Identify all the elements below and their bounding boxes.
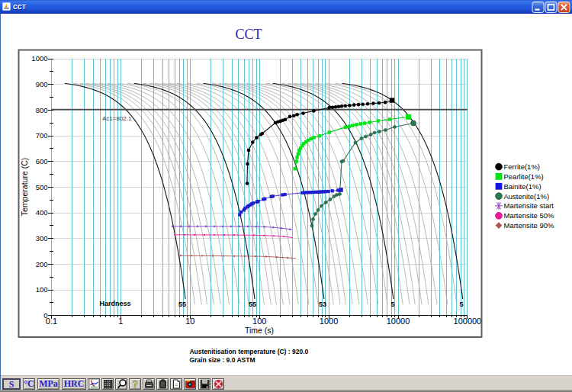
svg-text:100: 100 [252, 316, 266, 326]
svg-text:600: 600 [36, 157, 48, 165]
svg-text:53: 53 [319, 300, 326, 308]
svg-text:Martensite start: Martensite start [504, 201, 554, 210]
svg-text:800: 800 [36, 106, 48, 114]
svg-text:Hardness: Hardness [99, 300, 130, 307]
svg-text:Austenitisation temperature (C: Austenitisation temperature (C) : 920.0 [189, 348, 308, 355]
svg-text:Grain size : 9.0 ASTM: Grain size : 9.0 ASTM [189, 356, 255, 364]
svg-text:5: 5 [459, 300, 463, 308]
svg-text:10000: 10000 [387, 316, 410, 326]
svg-text:700: 700 [36, 131, 48, 140]
svg-text:Temperature (C): Temperature (C) [20, 158, 29, 216]
svg-text:100000: 100000 [454, 316, 482, 326]
svg-text:5: 5 [390, 300, 394, 308]
svg-text:300: 300 [36, 234, 48, 243]
svg-text:200: 200 [36, 260, 48, 268]
svg-text:400: 400 [36, 208, 48, 217]
svg-text:500: 500 [36, 183, 48, 191]
svg-text:Martensite 90%: Martensite 90% [504, 221, 555, 230]
svg-text:CCT: CCT [235, 27, 262, 42]
svg-text:?: ? [133, 379, 138, 389]
svg-text:10: 10 [185, 316, 194, 326]
svg-text:Austenite(1%): Austenite(1%) [504, 192, 550, 201]
svg-text:1000: 1000 [31, 54, 47, 63]
svg-text:Ac1=802.1: Ac1=802.1 [102, 115, 132, 122]
svg-text:Bainite(1%): Bainite(1%) [504, 182, 541, 191]
svg-text:0.1: 0.1 [46, 316, 57, 326]
svg-text:1000: 1000 [320, 316, 338, 326]
svg-text:55: 55 [249, 300, 256, 308]
svg-text:100: 100 [36, 285, 48, 294]
svg-text:Pearlite(1%): Pearlite(1%) [504, 172, 544, 181]
svg-text:Ferrite(1%): Ferrite(1%) [504, 162, 541, 171]
svg-text:900: 900 [36, 80, 48, 88]
svg-text:55: 55 [178, 300, 186, 308]
svg-text:Martensite 50%: Martensite 50% [504, 211, 555, 220]
svg-text:1: 1 [118, 316, 123, 326]
svg-text:Time (s): Time (s) [245, 326, 274, 335]
